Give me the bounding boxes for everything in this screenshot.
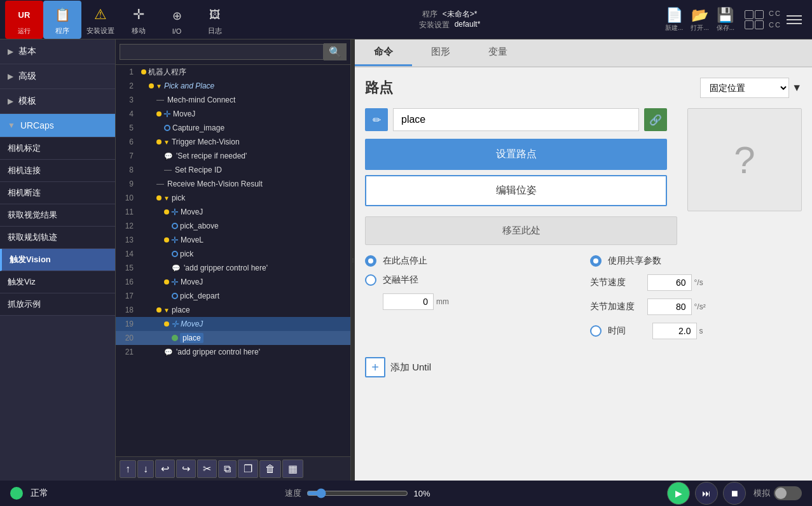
sidebar-item-basic[interactable]: ▶ 基本 — [0, 39, 115, 64]
waypoint-name-input[interactable] — [393, 108, 639, 131]
move-up-button[interactable]: ↑ — [120, 460, 136, 478]
stop-at-point-option: 在此点停止 — [365, 255, 577, 267]
install-tab[interactable]: ⚠ 安装设置 — [81, 1, 120, 39]
tree-row[interactable]: 17 pick_depart — [116, 289, 350, 303]
edit-pose-button[interactable]: 编辑位姿 — [365, 175, 667, 206]
redo-button[interactable]: ↪ — [176, 460, 196, 478]
new-button[interactable]: 📄 新建... — [665, 7, 683, 32]
move-here-button[interactable]: 移至此处 — [365, 216, 677, 245]
tree-row[interactable]: 8 — Set Recipe ID — [116, 163, 350, 177]
set-waypoint-button[interactable]: 设置路点 — [365, 139, 667, 170]
save-button[interactable]: 💾 保存... — [717, 7, 734, 32]
time-radio[interactable] — [590, 325, 602, 337]
sim-toggle-switch[interactable] — [774, 486, 802, 500]
tree-row[interactable]: 15 💬 'add gripper control here' — [116, 261, 350, 275]
basic-arrow-icon: ▶ — [8, 47, 13, 56]
waypoint-type-select[interactable]: 固定位置 相对位置 变量位置 — [700, 78, 789, 98]
stop-at-point-label: 在此点停止 — [383, 255, 427, 267]
tree-row[interactable]: 21 💬 'add gripper control here' — [116, 345, 350, 359]
sim-toggle-area: 模拟 — [754, 486, 802, 500]
sidebar-item-urcaps[interactable]: ▼ URCaps — [0, 114, 115, 137]
search-input[interactable] — [120, 44, 324, 60]
tree-row[interactable]: 10 ▼ pick — [116, 191, 350, 205]
blend-radius-radio[interactable] — [365, 274, 376, 286]
step-button[interactable]: ⏭ — [695, 482, 718, 505]
tree-row[interactable]: 1 机器人程序 — [116, 65, 350, 79]
play-button[interactable]: ▶ — [667, 482, 690, 505]
stop-button[interactable]: ⏹ — [723, 482, 746, 505]
sidebar-sub-get-plan[interactable]: 获取规划轨迹 — [0, 227, 115, 249]
tree-row[interactable]: 16 ✛ MoveJ — [116, 275, 350, 289]
tree-row[interactable]: 9 — Receive Mech-Vision Result — [116, 177, 350, 191]
log-tab[interactable]: 🖼 日志 — [196, 1, 234, 39]
time-input[interactable] — [652, 323, 697, 339]
sidebar-sub-camera-connect[interactable]: 相机连接 — [0, 160, 115, 182]
tree-row[interactable]: 3 — Mech-mind Connect — [116, 93, 350, 107]
sidebar-sub-pick-place[interactable]: 抓放示例 — [0, 293, 115, 316]
sidebar-sub-camera-disconnect[interactable]: 相机断连 — [0, 182, 115, 204]
copy-button[interactable]: ⧉ — [218, 460, 237, 478]
joint-accel-input-area: °/s² — [647, 299, 706, 315]
menu-button[interactable] — [781, 10, 807, 29]
waypoint-header: 路点 固定位置 相对位置 变量位置 ▼ — [365, 78, 802, 98]
dash-icon: — — [156, 95, 164, 104]
move-tab[interactable]: ✛ 移动 — [120, 1, 158, 39]
tree-row[interactable]: 2 ▼ Pick and Place — [116, 79, 350, 93]
cut-button[interactable]: ✂ — [197, 460, 217, 478]
delete-button[interactable]: 🗑 — [259, 460, 281, 478]
link-button[interactable]: 🔗 — [644, 108, 667, 131]
sidebar-sub-trigger-vision[interactable]: 触发Vision — [0, 249, 115, 271]
add-until-button[interactable]: + — [365, 357, 385, 377]
tree-row[interactable]: 11 ✛ MoveJ — [116, 205, 350, 219]
joint-speed-label: 关节速度 — [590, 277, 641, 288]
sidebar-item-template[interactable]: ▶ 模板 — [0, 89, 115, 114]
undo-button[interactable]: ↩ — [155, 460, 175, 478]
stop-at-point-radio[interactable] — [365, 255, 376, 267]
use-shared-params-label: 使用共享参数 — [608, 255, 661, 267]
blend-radius-input-area: mm — [383, 293, 449, 310]
program-tab[interactable]: 📋 程序 — [43, 1, 81, 39]
move-down-button[interactable]: ↓ — [137, 460, 154, 478]
sidebar-sub-trigger-viz[interactable]: 触发Viz — [0, 271, 115, 293]
comment-icon: 💬 — [164, 348, 173, 356]
speed-slider[interactable] — [306, 488, 408, 498]
use-shared-params-radio[interactable] — [590, 255, 602, 267]
tab-graphics[interactable]: 图形 — [412, 39, 469, 66]
ur-logo-icon[interactable]: UR 运行 — [5, 1, 43, 39]
tree-row[interactable]: 4 ✛ MoveJ — [116, 107, 350, 121]
right-options: 使用共享参数 关节速度 °/s 关节加速度 °/s² — [590, 255, 802, 347]
grid-button[interactable]: ▦ — [282, 460, 303, 478]
joint-accel-input[interactable] — [647, 299, 692, 315]
save-label: 保存... — [717, 24, 734, 32]
tree-row-selected[interactable]: 19 ✛ MoveJ — [116, 317, 350, 331]
tree-row[interactable]: 5 Capture_image — [116, 121, 350, 135]
tree-row[interactable]: 12 pick_above — [116, 219, 350, 233]
right-panel: 命令 图形 变量 路点 固定位置 相对位置 变量位置 ▼ — [355, 39, 812, 481]
time-unit: s — [699, 327, 703, 335]
open-button[interactable]: 📂 打开... — [691, 7, 708, 32]
sidebar-sub-camera-calibrate[interactable]: 相机标定 — [0, 137, 115, 160]
tab-variables[interactable]: 变量 — [469, 39, 526, 66]
edit-name-button[interactable]: ✏ — [365, 108, 388, 131]
tree-row[interactable]: 13 ✛ MoveL — [116, 233, 350, 247]
tab-command[interactable]: 命令 — [355, 39, 412, 66]
tree-row-active[interactable]: 20 place — [116, 331, 350, 345]
comment-icon: 💬 — [172, 264, 181, 272]
tree-row[interactable]: 18 ▼ place — [116, 303, 350, 317]
tree-row[interactable]: 7 💬 'Set recipe if needed' — [116, 149, 350, 163]
folder-arrow-icon: ▼ — [163, 307, 170, 314]
blend-radius-input[interactable] — [383, 293, 434, 310]
io-tab[interactable]: ⊕ I/O — [158, 1, 196, 39]
tree-row[interactable]: 14 pick — [116, 247, 350, 261]
speed-section: 速度 10% — [56, 488, 659, 499]
sidebar-item-advanced[interactable]: ▶ 高级 — [0, 64, 115, 89]
joint-speed-input[interactable] — [647, 274, 692, 291]
joint-speed-input-area: °/s — [647, 274, 703, 291]
yellow-dot-icon — [156, 139, 162, 144]
search-button[interactable]: 🔍 — [324, 43, 347, 60]
sidebar-sub-get-vision[interactable]: 获取视觉结果 — [0, 204, 115, 227]
install-label: 安装设置 — [86, 26, 114, 36]
cc-3 — [745, 20, 754, 29]
tree-row[interactable]: 6 ▼ Trigger Mech-Vision — [116, 135, 350, 149]
paste-button[interactable]: ❐ — [238, 460, 258, 478]
